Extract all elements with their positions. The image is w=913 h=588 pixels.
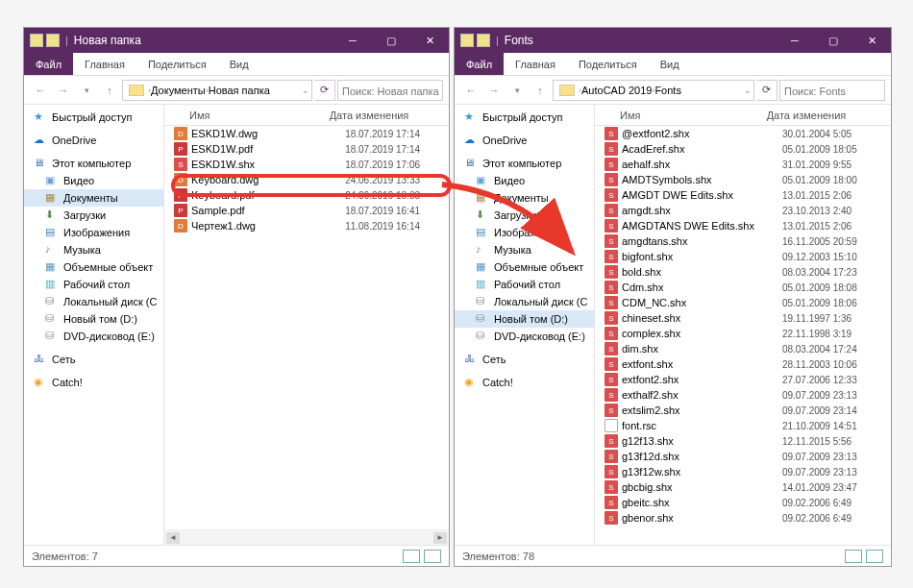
refresh-button[interactable]: ⟳ (756, 80, 777, 101)
history-button[interactable]: ▾ (506, 80, 528, 101)
sidebar-item-desktop[interactable]: ▥Рабочий стол (455, 276, 594, 293)
sidebar-item-videos[interactable]: ▣Видео (24, 172, 163, 189)
tab-home[interactable]: Главная (73, 53, 136, 75)
file-row[interactable]: SCdm.shx05.01.2009 18:08 (595, 280, 891, 295)
sidebar-item-network[interactable]: 🖧Сеть (455, 351, 594, 368)
col-name[interactable]: Имя (595, 110, 767, 121)
sidebar-item-catch[interactable]: ◉Catch! (24, 374, 163, 391)
sidebar-item-pictures[interactable]: ▤Изображения (455, 224, 594, 241)
chevron-down-icon[interactable]: ⌄ (302, 86, 309, 95)
refresh-button[interactable]: ⟳ (314, 80, 335, 101)
file-row[interactable]: Sexthalf2.shx09.07.2009 23:13 (595, 387, 891, 403)
file-row[interactable]: SCDM_NC.shx05.01.2009 18:06 (595, 295, 891, 310)
sidebar-item-dvd[interactable]: ⛁DVD-дисковод (E:) (455, 328, 594, 345)
up-button[interactable]: ↑ (99, 80, 120, 101)
horizontal-scrollbar[interactable]: ◄ ► (164, 529, 449, 545)
sidebar-item-pictures[interactable]: ▤Изображения (24, 224, 163, 241)
sidebar-item-3d-objects[interactable]: ▦Объемные объект (24, 258, 163, 276)
titlebar[interactable]: | Новая папка ─ ▢ ✕ (24, 28, 449, 53)
file-row[interactable]: Sbigfont.shx09.12.2003 15:10 (595, 249, 891, 264)
breadcrumb[interactable]: › AutoCAD 2019 › Fonts ⌄ (553, 80, 754, 101)
tab-file[interactable]: Файл (24, 53, 73, 75)
file-row[interactable]: PSample.pdf18.07.2019 16:41 (164, 203, 449, 218)
file-row[interactable]: Sg13f12w.shx09.07.2009 23:13 (595, 464, 891, 479)
file-row[interactable]: PKeyboard.pdf24.06.2019 13:33 (164, 187, 449, 203)
file-row[interactable]: Sgbcbig.shx14.01.2009 23:47 (595, 479, 891, 495)
view-large-icon[interactable] (866, 550, 883, 563)
file-row[interactable]: SAMDTSymbols.shx05.01.2009 18:00 (595, 172, 891, 187)
view-details-icon[interactable] (403, 550, 420, 563)
file-row[interactable]: DESKD1W.dwg18.07.2019 17:14 (164, 126, 449, 141)
file-row[interactable]: Sextfont.shx28.11.2003 10:06 (595, 356, 891, 372)
sidebar-item-documents[interactable]: ▦Документы (455, 189, 594, 207)
scroll-right-icon[interactable]: ► (433, 532, 447, 544)
tab-share[interactable]: Поделиться (567, 53, 649, 75)
history-button[interactable]: ▾ (76, 80, 97, 101)
back-button[interactable]: ← (30, 80, 51, 101)
view-large-icon[interactable] (424, 550, 441, 563)
sidebar-item-catch[interactable]: ◉Catch! (455, 374, 594, 391)
scroll-left-icon[interactable]: ◄ (166, 532, 180, 544)
file-row[interactable]: Sgbeitc.shx09.02.2006 6:49 (595, 495, 891, 510)
sidebar-item-music[interactable]: ♪Музыка (24, 241, 163, 258)
column-headers[interactable]: Имя Дата изменения (164, 105, 449, 126)
file-row[interactable]: Sgbenor.shx09.02.2006 6:49 (595, 510, 891, 526)
forward-button[interactable]: → (483, 80, 505, 101)
sidebar-item-downloads[interactable]: ⬇Загрузки (455, 207, 594, 224)
file-row[interactable]: SESKD1W.shx18.07.2019 17:06 (164, 157, 449, 172)
file-list[interactable]: S@extfont2.shx30.01.2004 5:05SAcadEref.s… (595, 126, 891, 545)
sidebar-item-videos[interactable]: ▣Видео (455, 172, 594, 189)
file-row[interactable]: Sbold.shx08.03.2004 17:23 (595, 264, 891, 280)
up-button[interactable]: ↑ (530, 80, 551, 101)
sidebar-item-desktop[interactable]: ▥Рабочий стол (24, 276, 163, 293)
sidebar-item-onedrive[interactable]: ☁OneDrive (24, 132, 163, 149)
minimize-button[interactable]: ─ (776, 28, 814, 53)
sidebar-item-dvd[interactable]: ⛁DVD-дисковод (E:) (24, 328, 163, 345)
sidebar-item-onedrive[interactable]: ☁OneDrive (455, 132, 594, 149)
titlebar[interactable]: | Fonts ─ ▢ ✕ (455, 28, 891, 53)
search-input[interactable]: Поиск: Fonts (779, 80, 885, 101)
maximize-button[interactable]: ▢ (372, 28, 410, 53)
col-name[interactable]: Имя (164, 110, 330, 121)
sidebar-item-network[interactable]: 🖧Сеть (24, 351, 163, 368)
tab-share[interactable]: Поделиться (136, 53, 218, 75)
crumb-fonts[interactable]: Fonts (654, 85, 681, 96)
file-row[interactable]: DKeyboard.dwg24.06.2019 13:33 (164, 172, 449, 187)
file-row[interactable]: Samgdt.shx23.10.2013 2:40 (595, 203, 891, 218)
quick-access-icon[interactable] (477, 34, 490, 47)
file-row[interactable]: DЧертеж1.dwg11.08.2019 16:14 (164, 218, 449, 233)
file-row[interactable]: Sg13f12d.shx09.07.2009 23:13 (595, 449, 891, 464)
sidebar-item-disk-c[interactable]: ⛁Локальный диск (C (455, 293, 594, 310)
forward-button[interactable]: → (53, 80, 74, 101)
maximize-button[interactable]: ▢ (814, 28, 852, 53)
tab-view[interactable]: Вид (218, 53, 260, 75)
minimize-button[interactable]: ─ (333, 28, 372, 53)
file-row[interactable]: Sextslim2.shx09.07.2009 23:14 (595, 403, 891, 418)
crumb-documents[interactable]: Документы (151, 85, 206, 96)
file-row[interactable]: Sg12f13.shx12.11.2015 5:56 (595, 433, 891, 449)
file-row[interactable]: Schineset.shx19.11.1997 1:36 (595, 310, 891, 326)
breadcrumb[interactable]: › Документы › Новая папка ⌄ (122, 80, 312, 101)
sidebar-item-disk-d[interactable]: ⛁Новый том (D:) (455, 310, 594, 328)
file-row[interactable]: font.rsc21.10.2009 14:51 (595, 418, 891, 433)
col-date[interactable]: Дата изменения (767, 110, 891, 121)
sidebar-item-this-pc[interactable]: 🖥Этот компьютер (455, 155, 594, 172)
tab-file[interactable]: Файл (455, 53, 504, 75)
file-row[interactable]: PESKD1W.pdf18.07.2019 17:14 (164, 141, 449, 157)
sidebar-item-this-pc[interactable]: 🖥Этот компьютер (24, 155, 163, 172)
quick-access-icon[interactable] (46, 34, 60, 47)
sidebar-item-downloads[interactable]: ⬇Загрузки (24, 207, 163, 224)
sidebar-item-music[interactable]: ♪Музыка (455, 241, 594, 258)
file-row[interactable]: SAMGDT DWE Edits.shx13.01.2015 2:06 (595, 187, 891, 203)
crumb-autocad[interactable]: AutoCAD 2019 (581, 85, 652, 96)
chevron-down-icon[interactable]: ⌄ (744, 86, 752, 95)
crumb-folder[interactable]: Новая папка (209, 85, 270, 96)
close-button[interactable]: ✕ (410, 28, 449, 53)
view-details-icon[interactable] (845, 550, 862, 563)
sidebar-item-quick-access[interactable]: ★Быстрый доступ (24, 109, 163, 126)
close-button[interactable]: ✕ (852, 28, 891, 53)
sidebar-item-3d-objects[interactable]: ▦Объемные объект (455, 258, 594, 276)
file-row[interactable]: Sdim.shx08.03.2004 17:24 (595, 341, 891, 356)
sidebar-item-quick-access[interactable]: ★Быстрый доступ (455, 109, 594, 126)
tab-home[interactable]: Главная (504, 53, 567, 75)
